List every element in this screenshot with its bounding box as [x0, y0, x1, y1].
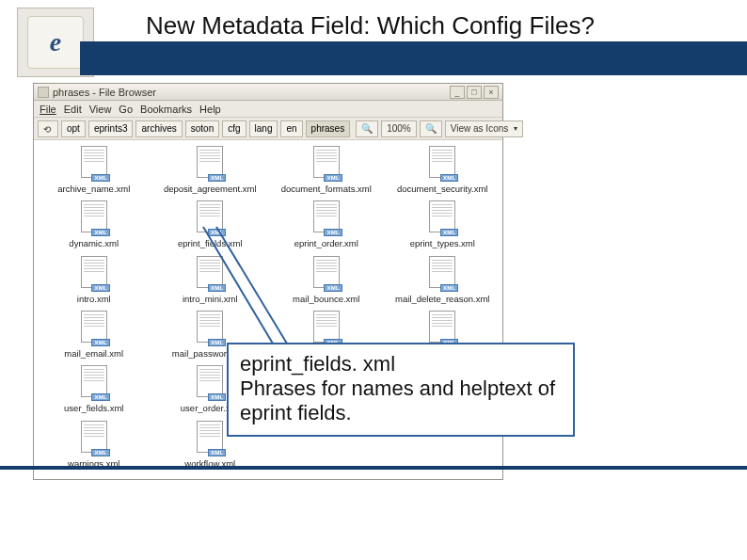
file-label: eprint_order.xml	[294, 238, 358, 248]
magnifier-plus-icon: 🔍	[425, 123, 437, 134]
toolbar: ⟲ opt eprints3 archives soton cfg lang e…	[34, 118, 502, 140]
menu-view[interactable]: View	[89, 104, 112, 115]
file-label: mail_delete_reason.xml	[395, 294, 489, 304]
page-title: New Metadata Field: Which Config Files?	[146, 11, 595, 40]
xml-file-icon: XML	[194, 200, 226, 236]
file-label: eprint_types.xml	[410, 238, 475, 248]
xml-file-icon: XML	[426, 256, 458, 292]
file-label: mail_bounce.xml	[293, 294, 359, 304]
xml-file-icon: XML	[78, 200, 110, 236]
xml-file-icon: XML	[194, 311, 226, 346]
file-item[interactable]: XMLwarnings.xml	[36, 421, 152, 470]
xml-file-icon: XML	[426, 200, 458, 236]
file-item[interactable]: XMLintro_mini.xml	[152, 256, 269, 305]
file-item[interactable]: XMLeprint_types.xml	[385, 200, 501, 249]
maximize-button[interactable]: □	[467, 86, 482, 99]
xml-file-icon: XML	[78, 311, 110, 346]
file-item[interactable]: XMLdeposit_agreement.xml	[152, 146, 269, 195]
xml-file-icon: XML	[194, 146, 226, 182]
minimize-button[interactable]: _	[450, 86, 465, 99]
menu-edit[interactable]: Edit	[64, 104, 82, 115]
file-label: intro_mini.xml	[183, 294, 238, 304]
callout-body: Phrases for names and helptext of eprint…	[240, 376, 562, 425]
crumb-eprints3[interactable]: eprints3	[88, 120, 134, 137]
file-label: intro.xml	[77, 294, 111, 304]
file-item[interactable]: XMLdocument_security.xml	[385, 146, 501, 195]
header-accent-bar	[80, 41, 747, 75]
file-item[interactable]: XMLuser_fields.xml	[36, 365, 152, 414]
file-item[interactable]: XMLmail_delete_reason.xml	[385, 256, 501, 305]
file-item[interactable]: XMLmail_bounce.xml	[268, 256, 385, 305]
file-label: user_fields.xml	[64, 403, 123, 413]
slide-header: e New Metadata Field: Which Config Files…	[0, 0, 747, 75]
window-titlebar[interactable]: phrases - File Browser _ □ ×	[34, 84, 502, 101]
callout-title: eprint_fields. xml	[240, 352, 562, 376]
xml-file-icon: XML	[310, 200, 342, 236]
menu-bookmarks[interactable]: Bookmarks	[140, 104, 192, 115]
view-mode-label: View as Icons	[451, 123, 509, 134]
xml-file-icon: XML	[194, 365, 226, 401]
window-controls: _ □ ×	[450, 86, 499, 99]
xml-file-icon: XML	[78, 146, 110, 182]
file-label: document_security.xml	[397, 184, 487, 194]
menu-go[interactable]: Go	[119, 104, 133, 115]
xml-file-icon: XML	[78, 365, 110, 401]
xml-file-icon: XML	[310, 311, 342, 346]
crumb-soton[interactable]: soton	[185, 120, 219, 137]
crumb-phrases[interactable]: phrases	[306, 120, 351, 137]
xml-file-icon: XML	[78, 421, 110, 456]
chevron-down-icon: ▾	[514, 124, 517, 133]
xml-file-icon: XML	[194, 421, 226, 456]
window-title: phrases - File Browser	[53, 87, 450, 98]
menu-bar: File Edit View Go Bookmarks Help	[34, 101, 502, 118]
file-item[interactable]: XMLintro.xml	[36, 256, 152, 305]
view-mode-selector[interactable]: View as Icons ▾	[445, 120, 524, 137]
magnifier-minus-icon: 🔍	[361, 123, 373, 134]
menu-file[interactable]: File	[40, 104, 56, 115]
file-item[interactable]: XMLeprint_order.xml	[268, 200, 385, 249]
file-label: eprint_fields.xml	[178, 238, 243, 248]
file-item[interactable]: XMLdynamic.xml	[36, 200, 152, 249]
footer-rule	[0, 466, 747, 470]
file-label: archive_name.xml	[57, 184, 130, 194]
callout-box: eprint_fields. xml Phrases for names and…	[227, 343, 575, 437]
file-label: deposit_agreement.xml	[164, 184, 257, 194]
menu-help[interactable]: Help	[199, 104, 221, 115]
file-item[interactable]: XMLeprint_fields.xml	[152, 200, 269, 249]
xml-file-icon: XML	[310, 146, 342, 182]
zoom-level[interactable]: 100%	[381, 120, 417, 137]
xml-file-icon: XML	[194, 256, 226, 292]
crumb-en[interactable]: en	[280, 120, 302, 137]
file-item[interactable]: XMLmail_email.xml	[36, 311, 152, 360]
xml-file-icon: XML	[426, 146, 458, 182]
zoom-out-button[interactable]: 🔍	[356, 120, 378, 137]
crumb-opt[interactable]: opt	[61, 120, 86, 137]
close-button[interactable]: ×	[484, 86, 499, 99]
back-icon: ⟲	[43, 124, 53, 134]
back-button[interactable]: ⟲	[38, 120, 58, 137]
crumb-cfg[interactable]: cfg	[222, 120, 246, 137]
xml-file-icon: XML	[78, 256, 110, 292]
zoom-in-button[interactable]: 🔍	[420, 120, 442, 137]
window-icon	[38, 87, 49, 98]
xml-file-icon: XML	[310, 256, 342, 292]
logo-letter: e	[27, 16, 84, 69]
crumb-lang[interactable]: lang	[249, 120, 278, 137]
file-label: dynamic.xml	[69, 238, 119, 248]
crumb-archives[interactable]: archives	[135, 120, 182, 137]
file-label: mail_email.xml	[64, 348, 123, 359]
file-item[interactable]: XMLdocument_formats.xml	[268, 146, 385, 195]
file-item[interactable]: XMLarchive_name.xml	[36, 146, 152, 195]
xml-file-icon: XML	[426, 311, 458, 346]
file-label: document_formats.xml	[281, 184, 372, 194]
